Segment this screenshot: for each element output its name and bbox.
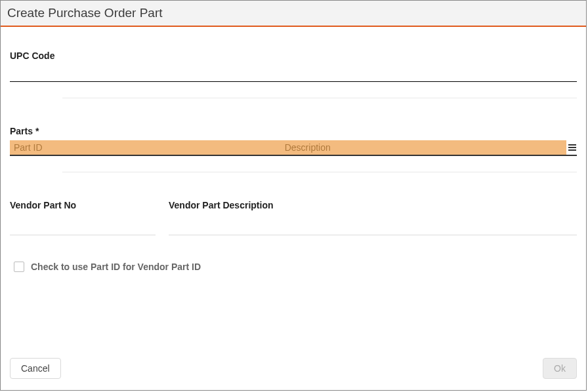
vendor-fields-row: Vendor Part No Vendor Part Description [10,200,577,235]
vendor-part-no-label: Vendor Part No [10,200,156,210]
use-part-id-checkbox-label: Check to use Part ID for Vendor Part ID [31,262,201,272]
divider [62,172,577,172]
ok-button[interactable]: Ok [543,358,577,379]
upc-code-field: UPC Code [10,50,577,98]
cancel-button[interactable]: Cancel [10,358,61,379]
dialog-header: Create Purchase Order Part [1,1,586,27]
svg-rect-1 [568,147,576,148]
parts-column-part-id: Part ID [10,140,282,155]
parts-label: Parts * [10,126,577,136]
dialog-footer: Cancel Ok [1,355,586,390]
create-purchase-order-part-dialog: Create Purchase Order Part UPC Code Part… [0,0,587,391]
vendor-part-description-label: Vendor Part Description [169,200,577,210]
dialog-body: UPC Code Parts * Part ID Description [1,27,586,272]
use-part-id-checkbox[interactable] [14,262,24,272]
vendor-part-description-input[interactable] [169,218,577,235]
svg-rect-2 [568,149,576,151]
dialog-title: Create Purchase Order Part [7,6,163,20]
vendor-part-no-field: Vendor Part No [10,200,156,235]
upc-code-input[interactable] [10,65,577,82]
parts-header-row[interactable]: Part ID Description [10,140,577,156]
parts-field: Parts * Part ID Description [10,126,577,172]
parts-menu-icon[interactable] [566,140,577,155]
parts-column-description: Description [282,140,566,155]
vendor-part-no-input[interactable] [10,218,156,235]
svg-rect-0 [568,144,576,146]
divider [62,98,577,98]
vendor-part-description-field: Vendor Part Description [169,200,577,235]
use-part-id-checkbox-row: Check to use Part ID for Vendor Part ID [14,262,577,272]
upc-code-label: UPC Code [10,50,577,61]
